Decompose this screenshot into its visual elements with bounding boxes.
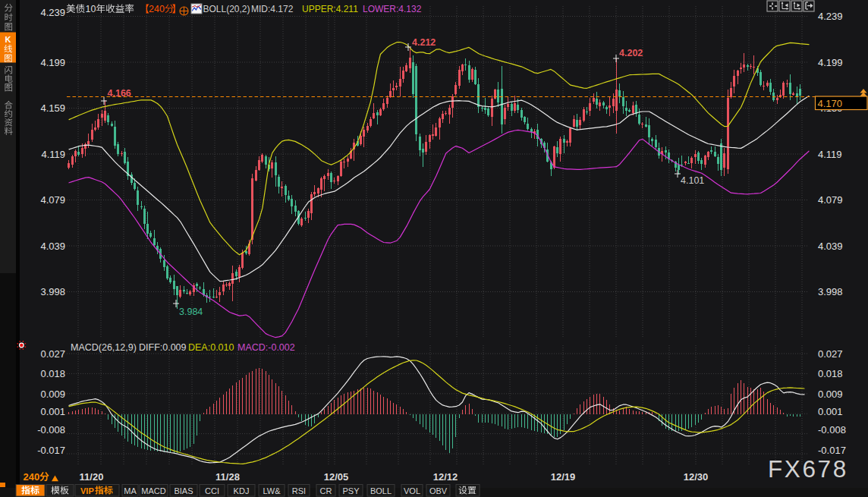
svg-text:BIAS: BIAS [174,486,193,495]
svg-text:0.009: 0.009 [818,388,843,400]
svg-text:BOLL: BOLL [370,486,392,495]
svg-text:240: 240 [149,4,165,14]
svg-text:4.239: 4.239 [818,11,843,22]
svg-text:3.998: 3.998 [818,286,843,297]
svg-text:4.119: 4.119 [818,149,842,160]
svg-text:4.170: 4.170 [818,98,843,109]
svg-text:DEA:0.010: DEA:0.010 [188,342,234,353]
svg-text:-0.008: -0.008 [37,424,65,436]
svg-text:0.018: 0.018 [40,368,65,379]
svg-text:10: 10 [86,4,96,14]
svg-text:VIP: VIP [80,486,94,495]
svg-text:KDJ: KDJ [234,486,250,495]
svg-text:4.239: 4.239 [40,7,65,18]
svg-text:RSI: RSI [292,486,306,495]
svg-text:-0.017: -0.017 [818,445,846,456]
svg-text:LOWER:4.132: LOWER:4.132 [363,4,422,14]
svg-text:FX678: FX678 [768,455,848,483]
svg-text:-0.017: -0.017 [37,445,65,456]
svg-text:PSY: PSY [342,486,360,495]
svg-text:240: 240 [24,471,40,483]
svg-text:4.166: 4.166 [108,88,131,99]
svg-text:UPPER:4.211: UPPER:4.211 [302,4,358,14]
svg-text:4.119: 4.119 [41,149,65,160]
svg-text:0.018: 0.018 [818,368,843,379]
svg-text:BOLL(20,2): BOLL(20,2) [203,4,250,14]
svg-text:12/30: 12/30 [684,471,709,483]
svg-text:4.202: 4.202 [619,48,643,58]
svg-text:CR: CR [320,486,332,495]
svg-text:4.039: 4.039 [818,241,843,252]
svg-text:0.027: 0.027 [40,348,65,360]
svg-text:4.199: 4.199 [40,57,65,68]
svg-text:VOL: VOL [404,486,420,495]
svg-text:LW&: LW& [263,486,281,495]
svg-text:MACD(26,12,9): MACD(26,12,9) [71,342,137,353]
svg-text:4.101: 4.101 [681,175,704,186]
svg-text:3.998: 3.998 [40,286,65,297]
svg-text:4.039: 4.039 [40,241,65,252]
svg-text:0.001: 0.001 [40,406,65,417]
svg-text:MACD:-0.002: MACD:-0.002 [237,342,295,353]
svg-text:4.212: 4.212 [412,37,436,48]
svg-text:0.027: 0.027 [818,348,843,360]
svg-text:4.159: 4.159 [40,102,65,114]
svg-text:3.984: 3.984 [179,307,203,317]
svg-text:DIFF:0.009: DIFF:0.009 [139,342,187,353]
svg-text:-0.008: -0.008 [818,424,846,436]
svg-text:4.199: 4.199 [818,57,843,68]
svg-text:0.009: 0.009 [40,388,65,400]
svg-text:K: K [5,35,11,44]
svg-text:0.001: 0.001 [818,406,843,417]
svg-text:11/28: 11/28 [215,471,240,483]
svg-text:4.079: 4.079 [40,194,65,206]
svg-text:12/12: 12/12 [433,471,458,483]
svg-text:OBV: OBV [429,486,448,495]
svg-text:MA: MA [124,486,137,495]
svg-text:12/05: 12/05 [324,471,349,483]
svg-text:11/20: 11/20 [80,471,104,483]
svg-text:CCI: CCI [205,486,219,495]
svg-text:12/19: 12/19 [551,471,576,483]
svg-text:MACD: MACD [141,486,165,495]
svg-text:MID:4.172: MID:4.172 [251,4,294,14]
svg-text:4.079: 4.079 [818,194,843,206]
